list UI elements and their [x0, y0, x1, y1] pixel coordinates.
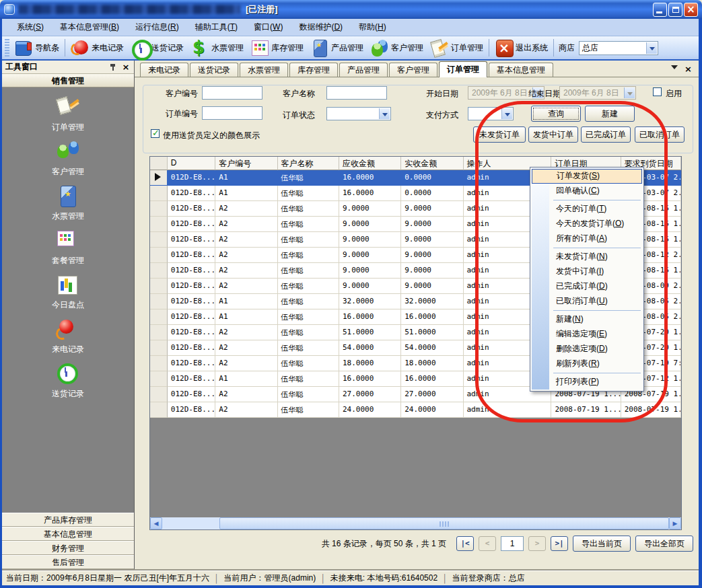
- sidebar-item[interactable]: 来电记录: [28, 318, 108, 362]
- cell-customer_no: A1: [215, 294, 277, 309]
- context-menu-item[interactable]: 已取消订单(U): [532, 294, 642, 309]
- toolbar-button-6[interactable]: 产品管理: [307, 37, 367, 59]
- status-filter-button[interactable]: 发货中订单: [528, 126, 578, 143]
- status-filter-button[interactable]: 已完成订单: [581, 126, 631, 143]
- sidebar-group-bar[interactable]: 财务管理: [2, 541, 134, 555]
- scrollbar-thumb[interactable]: [219, 517, 669, 529]
- sidebar-item[interactable]: 今日盘点: [28, 273, 108, 318]
- scroll-left-icon[interactable]: ◀: [150, 517, 162, 529]
- cell-receivable: 9.0000: [339, 248, 401, 263]
- cell-customer_no: A2: [215, 263, 277, 279]
- context-menu-item[interactable]: 刷新列表(R): [532, 357, 642, 371]
- tab-list-dropdown-icon[interactable]: [671, 65, 678, 73]
- chevron-down-icon[interactable]: [646, 42, 657, 54]
- sidebar-group-bar[interactable]: 产品库存管理: [2, 513, 134, 527]
- chevron-down-icon[interactable]: [501, 108, 512, 119]
- menubar-item[interactable]: 系统(S): [9, 20, 52, 35]
- delivery-color-checkbox[interactable]: [151, 129, 160, 138]
- next-page-button[interactable]: >: [528, 536, 546, 551]
- export-current-page-button[interactable]: 导出当前页: [573, 536, 631, 552]
- menubar-item[interactable]: 帮助(H): [351, 20, 394, 35]
- sidebar-item[interactable]: 水票管理: [28, 184, 108, 229]
- context-menu-item[interactable]: 删除选定项(D): [532, 342, 642, 357]
- last-page-button[interactable]: >|: [551, 536, 568, 551]
- context-menu-item[interactable]: 今天的订单(T): [532, 202, 642, 217]
- query-button[interactable]: 查询: [531, 106, 581, 122]
- column-header[interactable]: 应收金额: [339, 157, 401, 170]
- context-menu-item[interactable]: 新建(N): [532, 312, 642, 327]
- context-menu-item[interactable]: 订单发货(S): [532, 169, 642, 184]
- tab-水票管理[interactable]: 水票管理: [240, 63, 288, 77]
- sidebar-close-icon[interactable]: ×: [121, 63, 131, 72]
- chevron-down-icon[interactable]: [379, 108, 390, 119]
- product-book-icon: [310, 38, 329, 57]
- toolbar-button-7[interactable]: 客户管理: [367, 37, 427, 59]
- sidebar-item[interactable]: 订单管理: [28, 96, 108, 140]
- menubar-item[interactable]: 基本信息管理(B): [52, 20, 127, 35]
- tab-客户管理[interactable]: 客户管理: [389, 63, 437, 77]
- export-all-pages-button[interactable]: 导出全部页: [635, 536, 693, 552]
- toolbar-button-2[interactable]: 来电记录: [67, 37, 127, 59]
- customer-no-input[interactable]: [202, 86, 262, 100]
- context-menu-item[interactable]: 未发货订单(N): [532, 250, 642, 264]
- end-date-picker[interactable]: 2009年 6月 8日: [559, 86, 636, 100]
- scroll-right-icon[interactable]: ▶: [669, 517, 681, 529]
- status-filter-button[interactable]: 未发货订单: [473, 126, 526, 143]
- toolbar-button-3[interactable]: 送货记录: [127, 37, 187, 59]
- context-menu-item[interactable]: 回单确认(C): [532, 184, 642, 198]
- table-row[interactable]: 012D-E8...A2伍华聪24.000024.0000admin2008-0…: [150, 402, 681, 418]
- cell-required_date: 2008-07-19 1...: [621, 402, 681, 418]
- maximize-button[interactable]: [668, 3, 682, 17]
- context-menu-item[interactable]: 今天的发货订单(O): [532, 217, 642, 231]
- toolbar-grip[interactable]: [5, 39, 9, 57]
- sidebar-item[interactable]: 客户管理: [28, 140, 108, 184]
- column-header[interactable]: D: [168, 157, 215, 170]
- pay-method-select[interactable]: [468, 107, 514, 120]
- tab-基本信息管理[interactable]: 基本信息管理: [489, 63, 553, 77]
- tab-送货记录[interactable]: 送货记录: [190, 63, 238, 77]
- shop-combobox[interactable]: 总店: [579, 41, 658, 55]
- toolbar-button-8[interactable]: 订单管理: [427, 37, 487, 59]
- column-header[interactable]: 客户编号: [215, 157, 277, 170]
- context-menu-item[interactable]: 打印列表(P): [532, 375, 642, 390]
- enable-checkbox[interactable]: [653, 87, 662, 96]
- order-no-input[interactable]: [202, 106, 262, 120]
- sidebar-group-sales[interactable]: 销售管理: [2, 74, 134, 87]
- context-menu-item[interactable]: 所有的订单(A): [532, 231, 642, 246]
- toolbar-button-9[interactable]: 退出系统: [491, 37, 551, 59]
- tab-产品管理[interactable]: 产品管理: [339, 63, 388, 77]
- sidebar-group-bar[interactable]: 基本信息管理: [2, 527, 134, 541]
- tab-订单管理[interactable]: 订单管理: [439, 61, 487, 77]
- cell-customer_no: A2: [215, 201, 277, 217]
- status-filter-button[interactable]: 已取消订单: [635, 126, 685, 143]
- first-page-button[interactable]: |<: [456, 536, 474, 551]
- customer-name-input[interactable]: [326, 86, 387, 100]
- row-indicator: [150, 387, 168, 402]
- menubar-item[interactable]: 运行信息(R): [127, 20, 187, 35]
- prev-page-button[interactable]: <: [479, 536, 496, 551]
- toolbar-button-5[interactable]: 库存管理: [247, 37, 307, 59]
- column-header[interactable]: 客户名称: [278, 157, 339, 170]
- menubar-item[interactable]: 窗口(W): [246, 20, 291, 35]
- sidebar-item[interactable]: 送货记录: [28, 362, 108, 406]
- context-menu-item[interactable]: 已完成订单(D): [532, 279, 642, 294]
- menubar-item[interactable]: 辅助工具(T): [187, 20, 246, 35]
- toolbar-button-4[interactable]: 水票管理: [187, 37, 247, 59]
- context-menu-item[interactable]: 编辑选定项(E): [532, 327, 642, 342]
- tab-来电记录[interactable]: 来电记录: [140, 63, 188, 77]
- context-menu-item[interactable]: 发货中订单(I): [532, 264, 642, 279]
- minimize-button[interactable]: [653, 3, 667, 17]
- tab-库存管理[interactable]: 库存管理: [289, 63, 338, 77]
- sidebar-group-bar[interactable]: 售后管理: [2, 555, 134, 569]
- toolbar-button-1[interactable]: 导航条: [11, 37, 63, 59]
- order-status-select[interactable]: [326, 107, 391, 120]
- sidebar-item[interactable]: 套餐管理: [28, 229, 108, 273]
- new-button[interactable]: 新建: [585, 106, 635, 122]
- pin-icon[interactable]: [109, 63, 117, 71]
- close-button[interactable]: ×: [684, 3, 698, 17]
- page-number-input[interactable]: [501, 536, 524, 551]
- tab-close-icon[interactable]: ×: [685, 65, 692, 73]
- menubar-item[interactable]: 数据维护(D): [291, 20, 351, 35]
- horizontal-scrollbar[interactable]: ◀ ▶: [150, 517, 681, 529]
- column-header[interactable]: 实收金额: [401, 157, 463, 170]
